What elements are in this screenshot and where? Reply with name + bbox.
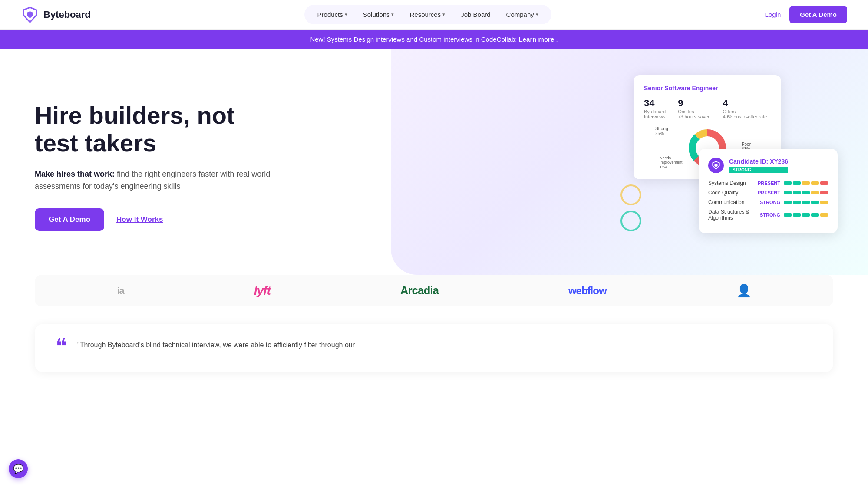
hero-how-it-works-link[interactable]: How It Works bbox=[116, 215, 163, 224]
skill-bar bbox=[784, 201, 792, 204]
skill-bar bbox=[820, 201, 828, 204]
logos-section: ia lyft Arcadia webflow 👤 bbox=[35, 275, 833, 306]
hero-subtitle: Make hires that work: find the right eng… bbox=[35, 168, 278, 193]
skill-bar bbox=[811, 201, 819, 204]
skill-bar bbox=[784, 181, 792, 185]
skill-bar bbox=[802, 213, 810, 217]
skill-bar bbox=[784, 191, 792, 194]
hero-left: Hire builders, not test takers Make hire… bbox=[35, 102, 278, 231]
skill-row-communication: Communication STRONG bbox=[708, 199, 828, 205]
nav-products[interactable]: Products ▾ bbox=[311, 7, 353, 22]
float-circle-yellow bbox=[620, 184, 641, 205]
strong-badge: STRONG bbox=[729, 167, 788, 173]
nav-links: Products ▾ Solutions ▾ Resources ▾ Job B… bbox=[304, 5, 551, 24]
logo-icon: 👤 bbox=[736, 283, 751, 298]
navbar: Byteboard Products ▾ Solutions ▾ Resourc… bbox=[0, 0, 868, 30]
skill-level: PRESENT bbox=[758, 190, 780, 195]
skill-bar bbox=[820, 191, 828, 194]
nav-get-demo-button[interactable]: Get A Demo bbox=[789, 6, 847, 23]
chevron-down-icon: ▾ bbox=[391, 12, 394, 17]
stat-label: Byteboard bbox=[644, 109, 666, 114]
candidate-header: Candidate ID: XY236 STRONG bbox=[708, 158, 828, 173]
svg-marker-8 bbox=[714, 164, 717, 167]
hero-subtitle-bold: Make hires that work: bbox=[35, 170, 115, 178]
nav-job-board[interactable]: Job Board bbox=[455, 7, 496, 22]
stat-sub: 49% onsite-offer rate bbox=[723, 114, 767, 119]
hero-title: Hire builders, not test takers bbox=[35, 102, 278, 158]
logo-text: Byteboard bbox=[43, 9, 91, 20]
float-circle-teal bbox=[620, 211, 641, 231]
hero-section: Hire builders, not test takers Make hire… bbox=[0, 49, 868, 275]
announcement-banner: New! Systems Design interviews and Custo… bbox=[0, 30, 868, 49]
banner-text: New! Systems Design interviews and Custo… bbox=[310, 36, 518, 43]
skill-bars bbox=[784, 191, 828, 194]
skill-bar bbox=[802, 181, 810, 185]
hero-get-demo-button[interactable]: Get A Demo bbox=[35, 208, 104, 231]
logo-partial: ia bbox=[117, 285, 124, 296]
skill-name: Communication bbox=[708, 199, 756, 205]
card-stats-title: Senior Software Engineer bbox=[644, 85, 771, 92]
stat-onsites: 9 Onsites 73 hours saved bbox=[678, 98, 710, 119]
skill-bar bbox=[811, 191, 819, 194]
hero-actions: Get A Demo How It Works bbox=[35, 208, 278, 231]
nav-company[interactable]: Company ▾ bbox=[500, 7, 545, 22]
stat-label: Onsites bbox=[678, 109, 710, 114]
hero-right: Senior Software Engineer 34 Byteboard In… bbox=[616, 75, 833, 257]
logo[interactable]: Byteboard bbox=[21, 6, 91, 24]
skill-bars bbox=[784, 181, 828, 185]
chevron-down-icon: ▾ bbox=[536, 12, 538, 17]
stat-sub: Interviews bbox=[644, 114, 666, 119]
skill-bar bbox=[793, 191, 801, 194]
testimonial-card: ❝ "Through Byteboard's blind technical i… bbox=[35, 324, 833, 372]
skill-bar bbox=[802, 201, 810, 204]
skill-bar bbox=[784, 213, 792, 217]
stat-num: 9 bbox=[678, 98, 710, 109]
logo-webflow: webflow bbox=[568, 285, 607, 297]
skill-row-code-quality: Code Quality PRESENT bbox=[708, 190, 828, 196]
candidate-id-block: Candidate ID: XY236 STRONG bbox=[729, 158, 788, 173]
testimonial-section: ❝ "Through Byteboard's blind technical i… bbox=[0, 306, 868, 390]
skill-bar bbox=[802, 191, 810, 194]
logo-arcadia: Arcadia bbox=[400, 284, 439, 297]
skill-bars bbox=[784, 201, 828, 204]
nav-solutions[interactable]: Solutions ▾ bbox=[357, 7, 400, 22]
skill-bar bbox=[793, 181, 801, 185]
login-link[interactable]: Login bbox=[765, 11, 781, 18]
skill-name: Code Quality bbox=[708, 190, 754, 196]
skill-name: Systems Design bbox=[708, 180, 754, 186]
chevron-down-icon: ▾ bbox=[442, 12, 445, 17]
skill-bar bbox=[811, 213, 819, 217]
card-stats-numbers: 34 Byteboard Interviews 9 Onsites 73 hou… bbox=[644, 98, 771, 119]
skill-name: Data Structures & Algorithms bbox=[708, 209, 756, 221]
logo-lyft: lyft bbox=[254, 284, 271, 298]
skill-row-dsa: Data Structures & Algorithms STRONG bbox=[708, 209, 828, 221]
nav-resources[interactable]: Resources ▾ bbox=[403, 7, 451, 22]
skill-bar bbox=[820, 213, 828, 217]
donut-label-strong: Strong25% bbox=[655, 126, 668, 136]
skill-bar bbox=[820, 181, 828, 185]
skill-bar bbox=[811, 181, 819, 185]
chevron-down-icon: ▾ bbox=[345, 12, 347, 17]
testimonial-text: "Through Byteboard's blind technical int… bbox=[77, 339, 355, 351]
skill-bar bbox=[793, 213, 801, 217]
quote-icon: ❝ bbox=[56, 336, 67, 357]
donut-label-needs: NeedsImprovement12% bbox=[660, 156, 683, 170]
skill-level: STRONG bbox=[760, 212, 780, 217]
skill-level: PRESENT bbox=[758, 181, 780, 186]
candidate-card: Candidate ID: XY236 STRONG Systems Desig… bbox=[699, 149, 838, 233]
skill-bars bbox=[784, 213, 828, 217]
byteboard-small-icon bbox=[711, 161, 721, 170]
stat-byteboard-interviews: 34 Byteboard Interviews bbox=[644, 98, 666, 119]
banner-learn-more-link[interactable]: Learn more bbox=[519, 36, 554, 43]
stat-label: Offers bbox=[723, 109, 767, 114]
stat-sub: 73 hours saved bbox=[678, 114, 710, 119]
stat-num: 34 bbox=[644, 98, 666, 109]
skill-row-systems-design: Systems Design PRESENT bbox=[708, 180, 828, 186]
skill-bar bbox=[793, 201, 801, 204]
nav-right: Login Get A Demo bbox=[765, 6, 847, 23]
byteboard-logo-icon bbox=[708, 158, 724, 173]
candidate-id-text: Candidate ID: XY236 bbox=[729, 158, 788, 165]
stat-num: 4 bbox=[723, 98, 767, 109]
skill-level: STRONG bbox=[760, 200, 780, 205]
logo-icon bbox=[21, 6, 39, 24]
